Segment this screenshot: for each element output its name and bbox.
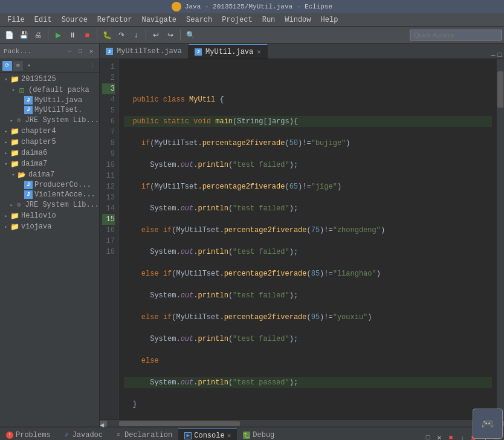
new-button[interactable]: 📄 bbox=[2, 28, 16, 42]
sidebar-filter-btn[interactable]: ▾ bbox=[24, 61, 34, 71]
tab-javadoc[interactable]: J Javadoc bbox=[57, 428, 109, 440]
tree-item-hellovio[interactable]: ▸ 📁 Hellovio bbox=[0, 210, 99, 221]
editor-minimize-btn[interactable]: — bbox=[491, 51, 496, 59]
tab-declaration[interactable]: ≡ Declaration bbox=[109, 428, 178, 440]
package-explorer: Pack... — □ ✕ ⟳ ⊟ ▾ ⋮ ▾ 📁 20135125 bbox=[0, 44, 100, 427]
project-icon-chapter5: 📁 bbox=[10, 137, 19, 147]
code-editor[interactable]: 1 2 3 4 5 6 7 8 9 10 11 12 13 14 15 16 1… bbox=[100, 59, 504, 419]
run-button[interactable]: ▶ bbox=[51, 28, 65, 42]
sidebar-maximize[interactable]: □ bbox=[76, 47, 85, 56]
tree-item-jre1[interactable]: ▸ ⚙ JRE System Lib... bbox=[0, 115, 99, 126]
redo-button[interactable]: ↪ bbox=[164, 28, 177, 42]
line-num-13: 13 bbox=[102, 192, 115, 203]
menu-refactor[interactable]: Refactor bbox=[92, 15, 137, 25]
tab-myutil[interactable]: J MyUtil.java ✕ bbox=[189, 44, 268, 59]
console-scroll-btn[interactable]: ↓ bbox=[457, 433, 467, 440]
tab-problems[interactable]: ! Problems bbox=[0, 428, 57, 440]
menu-project[interactable]: Project bbox=[217, 15, 257, 25]
window-title: Java - 20135125/MyUtil.java - Eclipse bbox=[185, 3, 332, 10]
sidebar-collapse-btn[interactable]: ⊟ bbox=[13, 61, 23, 71]
tab-console[interactable]: ▶ Console ✕ bbox=[178, 428, 237, 440]
menu-navigate[interactable]: Navigate bbox=[137, 15, 181, 25]
tree-label-myutiltset: MyUtilTset. bbox=[34, 106, 82, 114]
code-line-8: else if(MyUtilTset.percentage2fiverade(7… bbox=[124, 225, 492, 236]
tab-icon-myutiltset: J bbox=[106, 48, 113, 55]
menu-run[interactable]: Run bbox=[257, 15, 280, 25]
tab-icon-myutil: J bbox=[195, 48, 202, 56]
tree-item-chapter5[interactable]: ▸ 📁 chapter5 bbox=[0, 137, 99, 147]
tree-label-daima7-sub: daima7 bbox=[28, 170, 54, 179]
menu-edit[interactable]: Edit bbox=[30, 15, 57, 25]
editor-tabs: J MyUtilTset.java J MyUtil.java ✕ — □ bbox=[100, 44, 504, 59]
tree-label-hellovio: Hellovio bbox=[21, 212, 56, 220]
save-button[interactable]: 💾 bbox=[17, 28, 30, 42]
tree-label-viojava: viojava bbox=[21, 222, 51, 231]
editor-vscrollbar[interactable] bbox=[497, 59, 504, 419]
line-num-7: 7 bbox=[102, 127, 115, 138]
sidebar-menu-btn[interactable]: ⋮ bbox=[87, 61, 97, 71]
console-icon: ▶ bbox=[184, 432, 192, 439]
line-num-18: 18 bbox=[102, 247, 115, 257]
console-minimize-btn[interactable]: □ bbox=[423, 433, 433, 440]
tree-item-viojava[interactable]: ▸ 📁 viojava bbox=[0, 221, 99, 232]
print-button[interactable]: 🖨 bbox=[31, 28, 45, 42]
line-numbers: 1 2 3 4 5 6 7 8 9 10 11 12 13 14 15 16 1… bbox=[100, 59, 119, 419]
tree-item-daima7[interactable]: ▾ 📁 daima7 bbox=[0, 158, 99, 169]
tree-arrow-viojava: ▸ bbox=[2, 224, 10, 230]
console-stop-btn[interactable]: ■ bbox=[446, 433, 456, 440]
menu-file[interactable]: File bbox=[2, 15, 30, 25]
tree-label-violentacce: ViolentAcce... bbox=[34, 190, 95, 199]
sidebar-sync-btn[interactable]: ⟳ bbox=[2, 61, 12, 71]
step-into[interactable]: ↓ bbox=[129, 28, 143, 42]
quick-access-input[interactable] bbox=[410, 30, 502, 40]
tree-item-myutiltset[interactable]: J MyUtilTset. bbox=[0, 105, 99, 115]
tab-debug[interactable]: 🐛 Debug bbox=[237, 428, 280, 440]
console-clear-btn[interactable]: ✕ bbox=[435, 433, 444, 440]
editor-hscrollbar[interactable]: ◀ ▶ bbox=[100, 419, 504, 427]
tree-item-violentacce[interactable]: J ViolentAcce... bbox=[0, 190, 99, 199]
step-over[interactable]: ↷ bbox=[115, 28, 128, 42]
menu-window[interactable]: Window bbox=[280, 15, 315, 25]
tree-arrow-default-pkg: ▾ bbox=[10, 87, 17, 94]
menu-source[interactable]: Source bbox=[57, 15, 92, 25]
line-num-15: 15 bbox=[102, 214, 115, 225]
line-num-9: 9 bbox=[102, 149, 115, 160]
editor-hscroll-thumb[interactable] bbox=[119, 421, 240, 426]
project-icon-hellovio: 📁 bbox=[10, 211, 19, 221]
tree-item-producerco[interactable]: J ProducerCo... bbox=[0, 180, 99, 190]
undo-button[interactable]: ↩ bbox=[149, 28, 163, 42]
tree-item-daima7-sub[interactable]: ▾ 📂 daima7 bbox=[0, 169, 99, 180]
java-icon-myutil: J bbox=[24, 96, 33, 105]
sidebar-close[interactable]: ✕ bbox=[87, 47, 95, 56]
sidebar-minimize[interactable]: — bbox=[65, 47, 74, 56]
tree-item-20135125[interactable]: ▾ 📁 20135125 bbox=[0, 74, 99, 85]
code-content[interactable]: public class MyUtil { public static void… bbox=[119, 59, 497, 419]
debug-button[interactable]: 🐛 bbox=[100, 28, 114, 42]
pause-button[interactable]: ⏸ bbox=[66, 28, 79, 42]
tab-label-myutil: MyUtil.java bbox=[205, 48, 253, 56]
tree-item-jre2[interactable]: ▸ ⚙ JRE System Lib... bbox=[0, 199, 99, 210]
tree-item-chapter4[interactable]: ▸ 📁 chapter4 bbox=[0, 126, 99, 137]
stop-button[interactable]: ■ bbox=[80, 28, 94, 42]
menu-help[interactable]: Help bbox=[316, 15, 343, 25]
tree-item-default-pkg[interactable]: ▾ ◫ (default packa bbox=[0, 85, 99, 95]
editor-vscroll-thumb[interactable] bbox=[497, 71, 503, 108]
toolbar-sep-1 bbox=[48, 30, 48, 40]
tree-item-daima6[interactable]: ▸ 📁 daima6 bbox=[0, 147, 99, 158]
tree-arrow-daima7: ▾ bbox=[2, 161, 10, 167]
package-icon-default: ◫ bbox=[17, 85, 27, 95]
tree-item-myutil[interactable]: J MyUtil.java bbox=[0, 95, 99, 105]
editor-hscroll-left[interactable]: ◀ bbox=[100, 421, 107, 427]
editor-maximize-btn[interactable]: □ bbox=[497, 51, 502, 59]
tab-close-myutil[interactable]: ✕ bbox=[257, 48, 261, 56]
line-num-4: 4 bbox=[102, 94, 115, 105]
toolbar-sep-2 bbox=[97, 30, 97, 40]
folder-icon-daima7: 📂 bbox=[17, 170, 27, 180]
search-button[interactable]: 🔍 bbox=[184, 28, 197, 42]
tab-close-console[interactable]: ✕ bbox=[227, 432, 231, 439]
line-num-11: 11 bbox=[102, 170, 115, 181]
menu-search[interactable]: Search bbox=[181, 15, 217, 25]
titlebar: Java - 20135125/MyUtil.java - Eclipse bbox=[0, 0, 504, 13]
code-line-16: } bbox=[124, 399, 492, 410]
tab-myutiltset[interactable]: J MyUtilTset.java bbox=[100, 44, 189, 59]
